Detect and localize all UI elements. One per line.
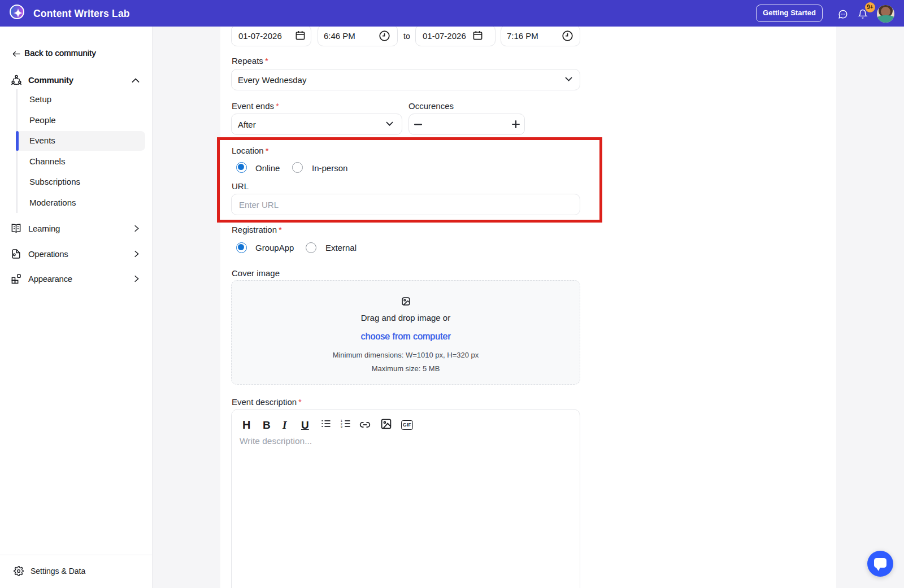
svg-text:3: 3 [341,425,342,429]
